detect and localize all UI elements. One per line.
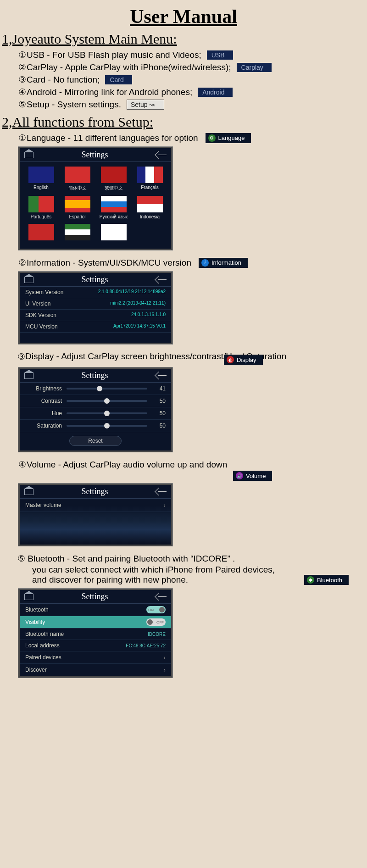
menu-tag-button[interactable]: Android [198,88,233,97]
flag-icon [65,167,90,183]
display-button[interactable]: ◐ Display [224,355,263,365]
language-option[interactable]: Русский язык [98,196,129,219]
chevron-right-icon: › [163,666,166,673]
reset-button[interactable]: Reset [69,436,121,446]
language-option[interactable] [98,224,129,242]
home-icon[interactable] [24,489,33,495]
volume-screenshot: Settings Master volume › [18,484,172,546]
display-btn-label: Display [237,356,256,363]
language-option[interactable]: English [25,167,57,191]
language-option[interactable]: Español [61,196,93,219]
menu-tag-button[interactable]: USB [207,50,233,60]
slider-track[interactable] [67,388,147,389]
master-volume-row[interactable]: Master volume › [20,499,171,512]
screen-header: Settings [20,369,171,383]
menu-item-text: USB - For USB Flash play music and Video… [27,50,201,60]
marker: ④ [17,87,27,97]
flag-icon [28,167,54,183]
marker: ③ [17,351,25,362]
home-icon[interactable] [24,373,33,379]
information-button[interactable]: i Information [199,258,248,268]
slider-label: Brightness [25,385,62,392]
master-volume-label: Master volume [25,502,61,508]
home-icon[interactable] [24,277,33,283]
menu-item: ② CarPlay - Apple CarPlay with iPhone(wi… [0,61,367,73]
marker: ② [17,257,27,268]
display-screenshot: Settings Brightness 41Contrast 50Hue 50S… [18,367,172,452]
slider-row[interactable]: Hue 50 [20,407,171,420]
marker: ③ [17,74,27,85]
bluetooth-row[interactable]: Bluetooth nameIDCORE [20,629,171,640]
language-option[interactable]: Português [25,196,57,219]
flag-label: Français [134,185,166,190]
slider-knob[interactable] [104,423,110,428]
bluetooth-row[interactable]: Visibility OFF [20,616,171,629]
menu-tag-button[interactable]: Setup [127,100,164,110]
slider-track[interactable] [67,425,147,427]
marker: ⑤ [17,554,25,563]
volume-button[interactable]: 🔊 Volume [233,471,272,481]
back-icon[interactable] [156,594,167,600]
slider-knob[interactable] [104,398,110,404]
s2-bt-line1: ⑤ Bluetooth - Set and pairing Bluetooth … [0,552,367,565]
bt-row-label: Discover [25,667,47,673]
bluetooth-row[interactable]: Local addressFC:48:8C:AE:25:72 [20,640,171,651]
bluetooth-icon: ✱ [307,576,314,584]
language-option[interactable] [61,224,93,242]
flag-label: 简体中文 [61,185,93,191]
slider-row[interactable]: Brightness 41 [20,383,171,395]
info-row: MCU VersionApr172019 14:37:15 V0.1 [20,321,171,333]
slider-row[interactable]: Contrast 50 [20,395,171,407]
bluetooth-row[interactable]: Paired devices› [20,651,171,664]
settings-title: Settings [81,371,108,380]
info-value: Apr172019 14:37:15 V0.1 [113,323,166,330]
slider-value: 50 [152,423,166,429]
language-option[interactable]: Français [134,167,166,191]
slider-label: Contrast [25,398,62,404]
slider-label: Hue [25,410,62,417]
language-button[interactable]: ⚙ Language [206,133,251,143]
info-row: System Version2.1.0.88.04/12/19 21:12.14… [20,287,171,298]
slider-knob[interactable] [97,386,102,391]
language-option[interactable]: Indonesia [134,196,166,219]
s2-language-line: ① Language - 11 different languages for … [0,132,367,144]
menu-item-text: Setup - System settings. [27,100,121,110]
s2-display-line: ③ Display - Adjust CarPlay screen bright… [0,351,367,363]
home-icon[interactable] [24,152,33,158]
back-icon[interactable] [156,489,167,495]
settings-title: Settings [81,592,108,601]
bluetooth-row[interactable]: Discover› [20,664,171,676]
display-text: Display - Adjust CarPlay screen brightne… [25,351,339,362]
slider-value: 50 [152,398,166,404]
language-option[interactable] [25,224,57,242]
slider-track[interactable] [67,400,147,402]
slider-knob[interactable] [104,411,110,416]
section-2-heading: 2,All functions from Setup: [0,111,367,132]
chevron-right-icon: › [163,654,166,661]
flag-icon [137,167,163,183]
settings-title: Settings [81,150,108,160]
menu-item: ③ Card - No function; Card [0,73,367,86]
menu-tag-button[interactable]: Carplay [237,63,272,72]
slider-track[interactable] [67,412,147,414]
back-icon[interactable] [156,373,167,378]
menu-item-text: Card - No function; [27,75,100,85]
back-icon[interactable] [156,152,167,158]
bluetooth-button[interactable]: ✱ Bluetooth [304,575,349,585]
slider-row[interactable]: Saturation 50 [20,420,171,432]
language-option[interactable]: 繁體中文 [98,167,129,191]
toggle-switch[interactable]: OFF [146,618,166,626]
section-1-heading: 1,Joyeauto System Main Menu: [0,28,367,49]
toggle-switch[interactable]: ON [146,606,166,613]
menu-tag-button[interactable]: Card [105,75,132,84]
bluetooth-screenshot: Settings Bluetooth ON Visibility OFF Blu… [18,589,172,678]
flag-icon [101,167,127,183]
bt-value: FC:48:8C:AE:25:72 [126,643,166,648]
bluetooth-row[interactable]: Bluetooth ON [20,604,171,616]
home-icon[interactable] [24,594,33,600]
back-icon[interactable] [156,277,167,283]
information-screenshot: Settings System Version2.1.0.88.04/12/19… [18,272,172,344]
language-option[interactable]: 简体中文 [61,167,93,191]
menu-item-text: Android - Mirroring link for Android pho… [27,87,192,97]
screen-header: Settings [20,273,171,287]
